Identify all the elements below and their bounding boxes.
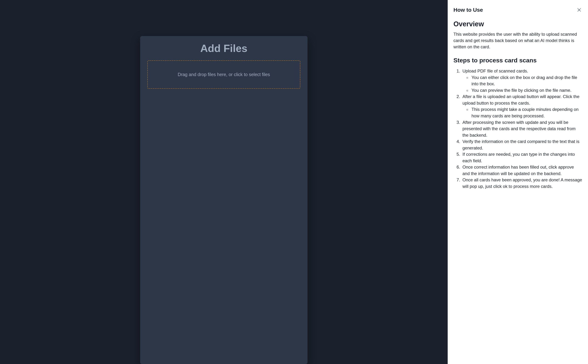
step-item: Verify the information on the card compa… bbox=[461, 138, 582, 151]
step-item: If corrections are needed, you can type … bbox=[461, 151, 582, 164]
step-item: After processing the screen with update … bbox=[461, 119, 582, 138]
steps-list: Upload PDF file of scanned cards.You can… bbox=[453, 68, 582, 189]
step-text: Verify the information on the card compa… bbox=[463, 139, 579, 150]
sub-steps-list: You can either click on the box or drag … bbox=[463, 74, 582, 94]
sub-steps-list: This process might take a couple minutes… bbox=[463, 106, 582, 119]
help-panel: How to Use Overview This website provide… bbox=[448, 0, 588, 364]
main-area: Add Files Drag and drop files here, or c… bbox=[0, 0, 448, 364]
upload-title: Add Files bbox=[147, 42, 300, 54]
step-text: After processing the screen with update … bbox=[463, 120, 575, 137]
close-icon bbox=[577, 8, 581, 12]
step-item: Once all cards have been approved, you a… bbox=[461, 177, 582, 189]
file-dropzone[interactable]: Drag and drop files here, or click to se… bbox=[147, 60, 300, 89]
overview-heading: Overview bbox=[453, 20, 582, 28]
close-button[interactable] bbox=[576, 7, 582, 13]
panel-header: How to Use bbox=[453, 7, 582, 13]
sub-step-item: You can either click on the box or drag … bbox=[470, 74, 582, 87]
step-text: Once correct information has been filled… bbox=[463, 165, 574, 176]
panel-title: How to Use bbox=[453, 7, 483, 13]
step-item: Once correct information has been filled… bbox=[461, 164, 582, 177]
step-text: Once all cards have been approved, you a… bbox=[463, 177, 582, 189]
sub-step-item: This process might take a couple minutes… bbox=[470, 106, 582, 119]
overview-text: This website provides the user with the … bbox=[453, 31, 582, 50]
sub-step-text: You can either click on the box or drag … bbox=[471, 75, 577, 86]
sub-step-text: This process might take a couple minutes… bbox=[471, 107, 579, 118]
step-text: After a file is uploaded an upload butto… bbox=[463, 94, 579, 105]
sub-step-item: You can preview the file by clicking on … bbox=[470, 87, 582, 94]
step-item: Upload PDF file of scanned cards.You can… bbox=[461, 68, 582, 93]
step-text: Upload PDF file of scanned cards. bbox=[463, 69, 528, 73]
sub-step-text: You can preview the file by clicking on … bbox=[471, 88, 571, 93]
step-item: After a file is uploaded an upload butto… bbox=[461, 93, 582, 119]
upload-card: Add Files Drag and drop files here, or c… bbox=[140, 36, 307, 364]
dropzone-text: Drag and drop files here, or click to se… bbox=[178, 72, 270, 77]
steps-heading: Steps to process card scans bbox=[453, 57, 582, 64]
step-text: If corrections are needed, you can type … bbox=[463, 152, 575, 163]
